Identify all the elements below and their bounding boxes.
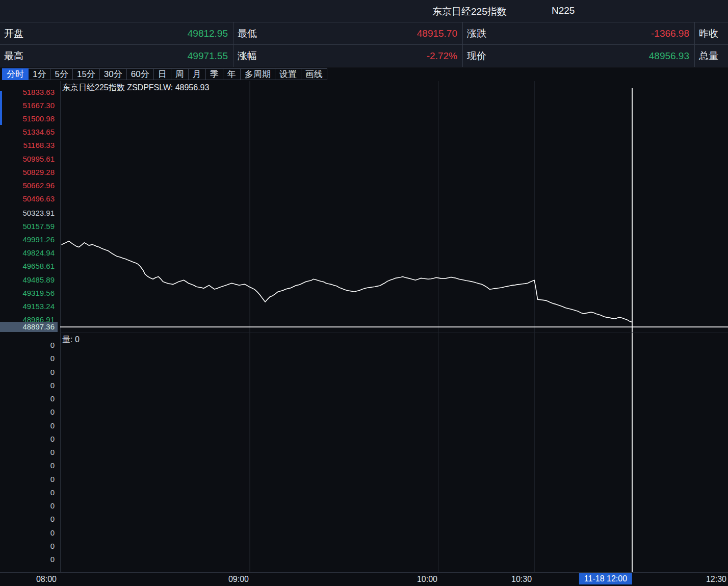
- time-axis-tick: 10:00: [417, 575, 437, 584]
- price-axis-label: 49153.24: [0, 302, 58, 311]
- price-axis-label: 49319.56: [0, 289, 58, 298]
- quote-cell-last-price: 现价48956.93: [463, 45, 695, 67]
- price-axis-label: 49658.61: [0, 262, 58, 271]
- quote-change-value: -1366.98: [651, 28, 689, 39]
- period-tabbar: 分时1分5分15分30分60分日周月季年多周期设置画线: [0, 67, 728, 81]
- volume-axis-label: 0: [0, 394, 58, 403]
- price-plot-canvas[interactable]: [60, 81, 728, 333]
- tab-multi-period[interactable]: 多周期: [240, 68, 275, 80]
- quote-change-percent-value: -2.72%: [427, 50, 457, 62]
- volume-axis-label: 0: [0, 461, 58, 470]
- titlebar: 东京日经225指数 N225: [0, 0, 728, 22]
- tab-fenshi[interactable]: 分时: [2, 68, 29, 80]
- volume-axis-label: 0: [0, 501, 58, 511]
- volume-axis-label: 0: [0, 435, 58, 444]
- tab-5min[interactable]: 5分: [50, 68, 72, 80]
- price-axis-label: 50829.28: [0, 168, 58, 177]
- time-axis-tick: 11-18 12:00: [579, 573, 632, 584]
- quote-cell-open: 开盘49812.95: [0, 22, 233, 45]
- quote-cell-total-volume: 总量: [695, 45, 728, 67]
- quote-change-label: 涨跌: [467, 27, 486, 40]
- price-axis-label: 50496.63: [0, 194, 58, 203]
- volume-axis-label: 0: [0, 407, 58, 417]
- quote-last-price-label: 现价: [467, 49, 486, 63]
- chart-legend: 东京日经225指数 ZSDPFSLW: 48956.93: [62, 83, 209, 93]
- price-line: [62, 241, 632, 322]
- volume-axis-label: 0: [0, 421, 58, 430]
- quote-open-value: 49812.95: [188, 28, 228, 39]
- price-axis-label: 51667.30: [0, 101, 58, 110]
- tab-settings[interactable]: 设置: [275, 68, 301, 80]
- price-axis-label: 51168.33: [0, 141, 58, 150]
- price-axis-label: 50662.96: [0, 181, 58, 190]
- app-root: 东京日经225指数 N225 开盘49812.95最低48915.70涨跌-13…: [0, 0, 728, 586]
- time-axis: 08:0009:0010:0010:3011-18 12:0012:30: [0, 572, 728, 586]
- quote-open-label: 开盘: [4, 27, 23, 40]
- tab-60min[interactable]: 60分: [126, 68, 154, 80]
- quote-cell-low: 最低48915.70: [233, 22, 463, 45]
- time-axis-tick: 09:00: [228, 575, 249, 584]
- chart-region: 东京日经225指数 ZSDPFSLW: 48956.93 量: 0 48897.…: [0, 81, 728, 586]
- volume-axis-label: 0: [0, 448, 58, 457]
- volume-chart-svg[interactable]: [60, 333, 728, 573]
- price-chart-svg[interactable]: [60, 81, 728, 333]
- index-title: 东京日经225指数: [432, 5, 507, 18]
- quote-total-volume-label: 总量: [699, 49, 718, 63]
- tab-week[interactable]: 周: [171, 68, 189, 80]
- quote-cell-prev-close: 昨收: [695, 22, 728, 45]
- quote-panel: 开盘49812.95最低48915.70涨跌-1366.98昨收最高49971.…: [0, 22, 728, 67]
- volume-axis-label: 0: [0, 354, 58, 363]
- quote-last-price-value: 48956.93: [649, 50, 689, 62]
- quote-prev-close-label: 昨收: [699, 27, 718, 40]
- quote-cell-change: 涨跌-1366.98: [463, 22, 695, 45]
- tab-draw-line[interactable]: 画线: [301, 68, 327, 80]
- price-axis-label: 50157.59: [0, 222, 58, 231]
- price-chart[interactable]: 东京日经225指数 ZSDPFSLW: 48956.93: [60, 81, 728, 333]
- quote-high-label: 最高: [4, 49, 23, 63]
- price-axis-label: 51500.98: [0, 114, 58, 123]
- time-axis-tick: 10:30: [511, 575, 532, 584]
- crosshair-price-label: 48897.36: [0, 322, 58, 332]
- tab-day[interactable]: 日: [153, 68, 171, 80]
- tab-year[interactable]: 年: [223, 68, 241, 80]
- volume-plot-canvas[interactable]: [60, 333, 728, 572]
- volume-axis-label: 0: [0, 555, 58, 564]
- index-symbol: N225: [552, 5, 575, 16]
- price-axis-label: 49824.94: [0, 248, 58, 258]
- volume-axis-label: 0: [0, 515, 58, 524]
- tab-1min[interactable]: 1分: [28, 68, 50, 80]
- volume-axis-label: 0: [0, 542, 58, 551]
- price-axis-label: 51334.65: [0, 128, 58, 137]
- volume-label: 量: 0: [62, 335, 80, 345]
- tab-quarter[interactable]: 季: [205, 68, 223, 80]
- quote-low-label: 最低: [238, 27, 257, 40]
- tab-30min[interactable]: 30分: [99, 68, 127, 80]
- quote-cell-change-percent: 涨幅-2.72%: [233, 45, 463, 67]
- volume-axis-label: 0: [0, 475, 58, 484]
- volume-axis-label: 0: [0, 528, 58, 538]
- volume-chart[interactable]: [60, 333, 728, 572]
- tab-month[interactable]: 月: [188, 68, 206, 80]
- tab-15min[interactable]: 15分: [72, 68, 100, 80]
- quote-change-percent-label: 涨幅: [238, 49, 257, 63]
- volume-axis-label: 0: [0, 368, 58, 377]
- volume-axis-label: 0: [0, 488, 58, 497]
- quote-high-value: 49971.55: [188, 50, 228, 62]
- price-axis-label: 50995.61: [0, 155, 58, 164]
- price-axis-label: 50323.91: [0, 209, 58, 218]
- price-axis-label: 51833.63: [0, 88, 58, 97]
- price-axis-label: 49485.89: [0, 275, 58, 285]
- volume-axis-label: 0: [0, 381, 58, 390]
- time-axis-tick: 12:30: [706, 575, 726, 584]
- time-axis-tick: 08:00: [36, 575, 57, 584]
- quote-cell-high: 最高49971.55: [0, 45, 233, 67]
- price-axis-label: 49991.26: [0, 235, 58, 244]
- volume-axis-label: 0: [0, 341, 58, 350]
- quote-low-value: 48915.70: [417, 28, 457, 39]
